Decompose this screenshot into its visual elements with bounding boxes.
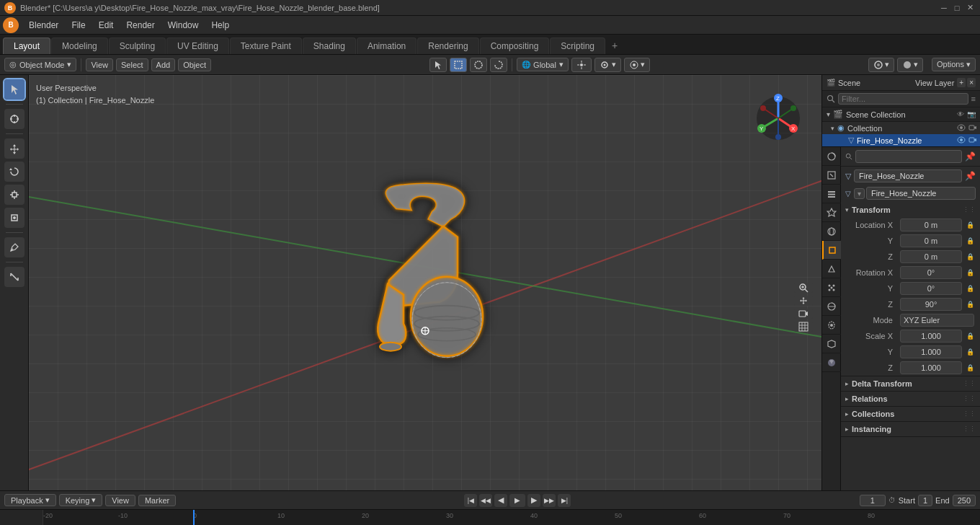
rot-lock-x[interactable]: 🔒 xyxy=(966,269,974,276)
rot-lock-z[interactable]: 🔒 xyxy=(966,301,974,308)
select-tool-btn[interactable] xyxy=(4,79,24,100)
tab-scripting[interactable]: Scripting xyxy=(550,38,605,54)
add-menu[interactable]: Add xyxy=(151,58,176,71)
scale-x-field[interactable]: 1.000 xyxy=(900,330,962,343)
grid-overlay-btn[interactable] xyxy=(794,322,813,332)
props-object-btn[interactable] xyxy=(822,241,841,260)
transform-section-header[interactable]: ▾ Transform ⋮⋮ xyxy=(841,203,980,217)
props-constraints-btn[interactable] xyxy=(822,316,841,335)
transform-tool-btn[interactable] xyxy=(4,208,24,228)
props-modifier-btn[interactable] xyxy=(822,260,841,278)
frame-next-step-btn[interactable]: ▶ xyxy=(527,494,540,507)
snap-toggle[interactable]: ▾ xyxy=(594,58,621,72)
tab-shading[interactable]: Shading xyxy=(303,38,356,54)
data-dropdown-icon[interactable]: ▾ xyxy=(854,188,865,199)
outliner-mesh-item[interactable]: ▽ Fire_Hose_Nozzle xyxy=(822,134,980,146)
location-z-field[interactable]: 0 m xyxy=(900,250,962,263)
tab-rendering[interactable]: Rendering xyxy=(417,38,478,54)
viewport[interactable]: User Perspective (1) Collection | Fire_H… xyxy=(29,75,821,490)
remove-view-layer-btn[interactable]: × xyxy=(967,78,976,87)
scale-lock-x[interactable]: 🔒 xyxy=(966,332,974,340)
props-material-btn[interactable] xyxy=(822,353,841,372)
location-x-field[interactable]: 0 m xyxy=(900,219,962,231)
viewport-shading-btn[interactable]: ▾ xyxy=(897,58,923,72)
tab-sculpting[interactable]: Sculpting xyxy=(109,38,166,54)
gizmo[interactable]: Z X Y xyxy=(749,89,807,147)
relations-options-icon[interactable]: ⋮⋮ xyxy=(963,395,976,402)
mesh-eye[interactable] xyxy=(957,136,966,145)
titlebar-controls[interactable]: ─ □ ✕ xyxy=(938,2,980,14)
menu-blender[interactable]: Blender xyxy=(23,19,64,32)
props-scene-btn[interactable] xyxy=(822,203,841,222)
select-menu[interactable]: Select xyxy=(116,58,148,71)
camera-view-btn[interactable] xyxy=(794,309,813,319)
keying-menu[interactable]: Keying ▾ xyxy=(59,494,103,506)
object-mode-dropdown[interactable]: ◎ Object Mode ▾ xyxy=(4,58,76,71)
props-particles-btn[interactable] xyxy=(822,278,841,297)
tab-texture-paint[interactable]: Texture Paint xyxy=(230,38,302,54)
tab-layout[interactable]: Layout xyxy=(3,38,50,54)
frame-prev-btn[interactable]: ◀◀ xyxy=(479,494,492,507)
menu-help[interactable]: Help xyxy=(205,19,235,32)
delta-options-icon[interactable]: ⋮⋮ xyxy=(963,380,976,387)
menu-window[interactable]: Window xyxy=(162,19,205,32)
collections-header[interactable]: ▸ Collections ⋮⋮ xyxy=(841,407,980,421)
object-menu[interactable]: Object xyxy=(178,58,211,71)
menu-file[interactable]: File xyxy=(66,19,91,32)
tab-compositing[interactable]: Compositing xyxy=(480,38,550,54)
pin-button[interactable]: 📌 xyxy=(965,151,976,162)
proportional-edit[interactable]: ▾ xyxy=(624,58,650,72)
options-menu[interactable]: Options ▾ xyxy=(932,58,976,71)
outliner-collection-item[interactable]: ▾ ◉ Collection xyxy=(822,122,980,134)
rotation-mode-select[interactable]: XYZ Euler xyxy=(900,314,974,327)
rotation-y-field[interactable]: 0° xyxy=(900,282,962,295)
start-frame-field[interactable]: 1 xyxy=(918,495,932,506)
props-search-input[interactable] xyxy=(855,150,962,163)
instancing-options-icon[interactable]: ⋮⋮ xyxy=(963,425,976,433)
transform-orientation[interactable]: 🌐 Global ▾ xyxy=(517,58,569,71)
select-circle-tool[interactable] xyxy=(470,58,487,72)
mesh-render[interactable] xyxy=(968,136,977,145)
rotation-x-field[interactable]: 0° xyxy=(900,266,962,279)
transform-pivot[interactable] xyxy=(571,58,592,72)
tab-animation[interactable]: Animation xyxy=(357,38,416,54)
scale-lock-y[interactable]: 🔒 xyxy=(966,348,974,356)
select-box-tool[interactable] xyxy=(450,58,467,72)
viewport-overlays-btn[interactable]: ▾ xyxy=(868,58,894,72)
marker-menu[interactable]: Marker xyxy=(138,495,176,506)
outliner-filter-btn[interactable]: ≡ xyxy=(971,94,976,103)
lock-x-icon[interactable]: 🔒 xyxy=(966,221,974,229)
menu-render[interactable]: Render xyxy=(120,19,160,32)
key-next-btn[interactable]: ▶| xyxy=(558,494,571,507)
timeline[interactable]: -20 -10 0 10 20 30 40 50 60 70 80 xyxy=(0,509,980,525)
menu-edit[interactable]: Edit xyxy=(93,19,120,32)
props-output-btn[interactable] xyxy=(822,166,841,185)
cursor-tool-btn[interactable] xyxy=(4,109,24,129)
rotation-z-field[interactable]: 90° xyxy=(900,298,962,311)
lock-z-icon[interactable]: 🔒 xyxy=(966,253,974,260)
props-world-btn[interactable] xyxy=(822,222,841,241)
frame-prev-step-btn[interactable]: ◀ xyxy=(494,494,507,507)
tab-modeling[interactable]: Modeling xyxy=(51,38,108,54)
add-view-layer-btn[interactable]: + xyxy=(957,78,966,87)
select-lasso-tool[interactable] xyxy=(490,58,507,72)
props-render-btn[interactable] xyxy=(822,147,841,166)
collection-expand-arrow[interactable]: ▾ xyxy=(831,125,834,132)
current-frame-field[interactable]: 1 xyxy=(860,495,886,506)
transform-options-icon[interactable]: ⋮⋮ xyxy=(963,206,976,213)
measure-tool-btn[interactable] xyxy=(4,267,24,287)
tab-uv-editing[interactable]: UV Editing xyxy=(166,38,229,54)
key-prev-btn[interactable]: |◀ xyxy=(464,494,477,507)
outliner-search-input[interactable] xyxy=(838,93,968,105)
minimize-button[interactable]: ─ xyxy=(938,2,950,14)
scene-collection-expand[interactable]: ▾ xyxy=(827,110,830,118)
scale-z-field[interactable]: 1.000 xyxy=(900,361,962,374)
zoom-tool-btn[interactable] xyxy=(794,283,813,293)
props-view-layer-btn[interactable] xyxy=(822,185,841,203)
view-menu[interactable]: View xyxy=(86,58,113,71)
props-physics-btn[interactable] xyxy=(822,297,841,316)
scale-lock-z[interactable]: 🔒 xyxy=(966,364,974,371)
add-workspace-button[interactable]: + xyxy=(606,37,623,54)
scale-y-field[interactable]: 1.000 xyxy=(900,345,962,358)
pan-tool-btn[interactable] xyxy=(794,296,813,306)
